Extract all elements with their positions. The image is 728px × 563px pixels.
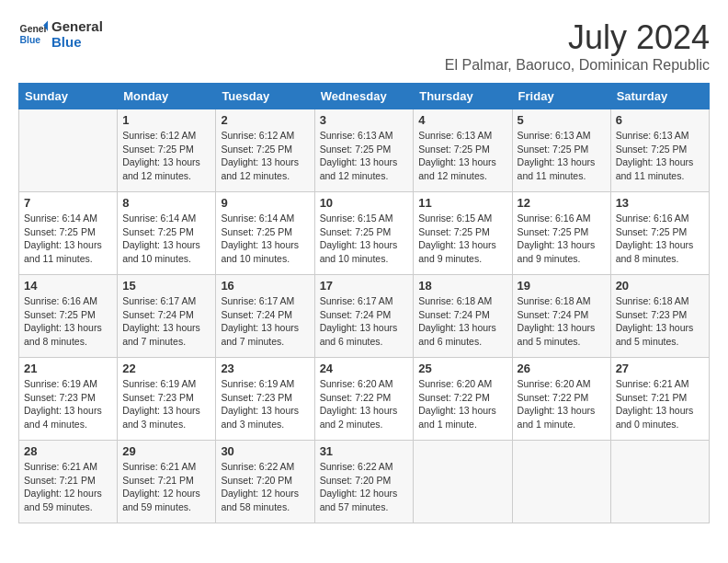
svg-text:General: General: [20, 24, 48, 34]
svg-text:Blue: Blue: [20, 35, 41, 45]
calendar-day-header: Friday: [512, 84, 610, 109]
day-info: Sunrise: 6:22 AM Sunset: 7:20 PM Dayligh…: [320, 460, 409, 514]
calendar-cell: 30Sunrise: 6:22 AM Sunset: 7:20 PM Dayli…: [216, 441, 314, 523]
day-number: 27: [616, 362, 704, 375]
day-info: Sunrise: 6:21 AM Sunset: 7:21 PM Dayligh…: [616, 377, 704, 431]
day-info: Sunrise: 6:18 AM Sunset: 7:24 PM Dayligh…: [518, 294, 606, 349]
day-number: 19: [518, 279, 606, 293]
calendar-cell: 26Sunrise: 6:20 AM Sunset: 7:22 PM Dayli…: [512, 358, 610, 441]
calendar-cell: 8Sunrise: 6:14 AM Sunset: 7:25 PM Daylig…: [118, 192, 216, 275]
day-info: Sunrise: 6:14 AM Sunset: 7:25 PM Dayligh…: [122, 212, 210, 266]
day-info: Sunrise: 6:15 AM Sunset: 7:25 PM Dayligh…: [320, 212, 409, 266]
calendar-cell: 29Sunrise: 6:21 AM Sunset: 7:21 PM Dayli…: [118, 441, 216, 523]
calendar-cell: 7Sunrise: 6:14 AM Sunset: 7:25 PM Daylig…: [19, 192, 118, 275]
day-number: 12: [518, 196, 606, 210]
day-info: Sunrise: 6:12 AM Sunset: 7:25 PM Dayligh…: [122, 129, 210, 183]
calendar-week-row: 14Sunrise: 6:16 AM Sunset: 7:25 PM Dayli…: [19, 275, 710, 358]
day-info: Sunrise: 6:14 AM Sunset: 7:25 PM Dayligh…: [221, 212, 309, 266]
day-number: 18: [418, 279, 506, 293]
day-number: 30: [221, 444, 309, 458]
day-number: 23: [221, 362, 309, 375]
calendar-cell: 12Sunrise: 6:16 AM Sunset: 7:25 PM Dayli…: [512, 192, 610, 275]
day-info: Sunrise: 6:13 AM Sunset: 7:25 PM Dayligh…: [418, 129, 506, 183]
logo: General Blue General Blue: [18, 18, 103, 50]
calendar-cell: 15Sunrise: 6:17 AM Sunset: 7:24 PM Dayli…: [118, 275, 216, 358]
day-number: 5: [518, 113, 606, 127]
day-info: Sunrise: 6:21 AM Sunset: 7:21 PM Dayligh…: [122, 460, 210, 514]
calendar-week-row: 21Sunrise: 6:19 AM Sunset: 7:23 PM Dayli…: [19, 358, 710, 441]
calendar-cell: 18Sunrise: 6:18 AM Sunset: 7:24 PM Dayli…: [414, 275, 512, 358]
calendar-cell: 24Sunrise: 6:20 AM Sunset: 7:22 PM Dayli…: [314, 358, 414, 441]
logo-text-line2: Blue: [51, 34, 103, 50]
day-info: Sunrise: 6:13 AM Sunset: 7:25 PM Dayligh…: [616, 129, 704, 183]
day-info: Sunrise: 6:18 AM Sunset: 7:23 PM Dayligh…: [616, 294, 704, 349]
day-number: 20: [616, 279, 704, 293]
calendar-cell: [512, 441, 610, 523]
day-info: Sunrise: 6:20 AM Sunset: 7:22 PM Dayligh…: [320, 377, 409, 431]
calendar-cell: 10Sunrise: 6:15 AM Sunset: 7:25 PM Dayli…: [314, 192, 414, 275]
day-info: Sunrise: 6:20 AM Sunset: 7:22 PM Dayligh…: [518, 377, 606, 431]
day-info: Sunrise: 6:21 AM Sunset: 7:21 PM Dayligh…: [24, 460, 112, 514]
day-number: 16: [221, 279, 309, 293]
calendar-cell: 4Sunrise: 6:13 AM Sunset: 7:25 PM Daylig…: [414, 109, 512, 192]
day-info: Sunrise: 6:16 AM Sunset: 7:25 PM Dayligh…: [518, 212, 606, 266]
day-number: 8: [122, 196, 210, 210]
calendar-day-header: Thursday: [414, 84, 512, 109]
day-info: Sunrise: 6:14 AM Sunset: 7:25 PM Dayligh…: [24, 212, 112, 266]
day-number: 7: [24, 196, 112, 210]
calendar-week-row: 28Sunrise: 6:21 AM Sunset: 7:21 PM Dayli…: [19, 441, 710, 523]
calendar-body: 1Sunrise: 6:12 AM Sunset: 7:25 PM Daylig…: [19, 109, 710, 523]
title-block: July 2024 El Palmar, Baoruco, Dominican …: [445, 18, 710, 74]
calendar-cell: 1Sunrise: 6:12 AM Sunset: 7:25 PM Daylig…: [118, 109, 216, 192]
calendar-cell: 13Sunrise: 6:16 AM Sunset: 7:25 PM Dayli…: [610, 192, 709, 275]
calendar-cell: 27Sunrise: 6:21 AM Sunset: 7:21 PM Dayli…: [610, 358, 709, 441]
day-number: 11: [418, 196, 506, 210]
calendar-cell: 31Sunrise: 6:22 AM Sunset: 7:20 PM Dayli…: [314, 441, 414, 523]
day-number: 1: [122, 113, 210, 127]
calendar-day-header: Saturday: [610, 84, 709, 109]
calendar-week-row: 7Sunrise: 6:14 AM Sunset: 7:25 PM Daylig…: [19, 192, 710, 275]
day-number: 3: [320, 113, 409, 127]
day-number: 26: [518, 362, 606, 375]
month-title: July 2024: [445, 18, 710, 57]
calendar-day-header: Monday: [118, 84, 216, 109]
calendar-cell: 6Sunrise: 6:13 AM Sunset: 7:25 PM Daylig…: [610, 109, 709, 192]
day-number: 15: [122, 279, 210, 293]
day-info: Sunrise: 6:19 AM Sunset: 7:23 PM Dayligh…: [122, 377, 210, 431]
calendar-header-row: SundayMondayTuesdayWednesdayThursdayFrid…: [19, 84, 710, 109]
day-number: 9: [221, 196, 309, 210]
day-info: Sunrise: 6:17 AM Sunset: 7:24 PM Dayligh…: [122, 294, 210, 349]
calendar-cell: 28Sunrise: 6:21 AM Sunset: 7:21 PM Dayli…: [19, 441, 118, 523]
logo-text-line1: General: [51, 18, 103, 34]
day-info: Sunrise: 6:20 AM Sunset: 7:22 PM Dayligh…: [418, 377, 506, 431]
day-info: Sunrise: 6:16 AM Sunset: 7:25 PM Dayligh…: [24, 294, 112, 349]
page-header: General Blue General Blue July 2024 El P…: [18, 18, 710, 74]
calendar-cell: 22Sunrise: 6:19 AM Sunset: 7:23 PM Dayli…: [118, 358, 216, 441]
calendar-cell: 2Sunrise: 6:12 AM Sunset: 7:25 PM Daylig…: [216, 109, 314, 192]
calendar-cell: 16Sunrise: 6:17 AM Sunset: 7:24 PM Dayli…: [216, 275, 314, 358]
calendar-table: SundayMondayTuesdayWednesdayThursdayFrid…: [18, 83, 710, 523]
day-number: 6: [616, 113, 704, 127]
calendar-cell: 21Sunrise: 6:19 AM Sunset: 7:23 PM Dayli…: [19, 358, 118, 441]
day-number: 31: [320, 444, 409, 458]
calendar-cell: 3Sunrise: 6:13 AM Sunset: 7:25 PM Daylig…: [314, 109, 414, 192]
day-info: Sunrise: 6:19 AM Sunset: 7:23 PM Dayligh…: [221, 377, 309, 431]
calendar-cell: 5Sunrise: 6:13 AM Sunset: 7:25 PM Daylig…: [512, 109, 610, 192]
calendar-cell: [19, 109, 118, 192]
location-subtitle: El Palmar, Baoruco, Dominican Republic: [445, 57, 710, 74]
calendar-day-header: Wednesday: [314, 84, 414, 109]
calendar-day-header: Sunday: [19, 84, 118, 109]
day-info: Sunrise: 6:13 AM Sunset: 7:25 PM Dayligh…: [320, 129, 409, 183]
day-number: 25: [418, 362, 506, 375]
day-info: Sunrise: 6:19 AM Sunset: 7:23 PM Dayligh…: [24, 377, 112, 431]
day-number: 2: [221, 113, 309, 127]
day-number: 28: [24, 444, 112, 458]
calendar-cell: [610, 441, 709, 523]
calendar-cell: 25Sunrise: 6:20 AM Sunset: 7:22 PM Dayli…: [414, 358, 512, 441]
day-info: Sunrise: 6:13 AM Sunset: 7:25 PM Dayligh…: [518, 129, 606, 183]
day-info: Sunrise: 6:22 AM Sunset: 7:20 PM Dayligh…: [221, 460, 309, 514]
day-info: Sunrise: 6:12 AM Sunset: 7:25 PM Dayligh…: [221, 129, 309, 183]
day-info: Sunrise: 6:16 AM Sunset: 7:25 PM Dayligh…: [616, 212, 704, 266]
day-info: Sunrise: 6:17 AM Sunset: 7:24 PM Dayligh…: [320, 294, 409, 349]
calendar-day-header: Tuesday: [216, 84, 314, 109]
